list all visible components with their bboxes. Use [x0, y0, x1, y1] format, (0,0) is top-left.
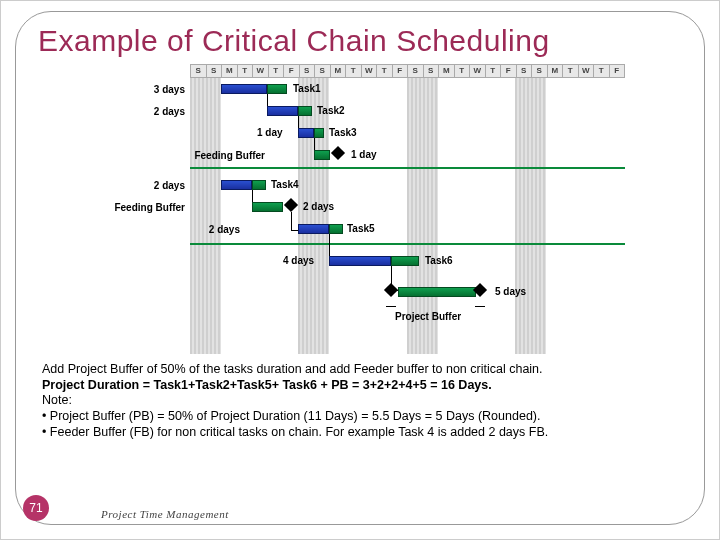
day-cell: S — [314, 64, 330, 78]
task-name-label: Task1 — [293, 83, 321, 95]
task-inline-label: 1 day — [257, 127, 283, 139]
day-cell: M — [438, 64, 454, 78]
feeding-buffer-bar — [252, 202, 283, 212]
buffer-duration-label: 2 days — [303, 201, 334, 213]
day-cell: T — [237, 64, 253, 78]
slide-body-text: Add Project Buffer of 50% of the tasks d… — [42, 362, 678, 440]
task-bar — [329, 256, 391, 266]
feeding-buffer-bar — [314, 150, 330, 160]
slide-number-badge: 71 — [23, 495, 49, 521]
task-bar — [221, 84, 267, 94]
task-bar — [298, 224, 329, 234]
day-cell: T — [454, 64, 470, 78]
day-cell: W — [578, 64, 594, 78]
day-cell: S — [299, 64, 315, 78]
day-cell: W — [469, 64, 485, 78]
day-cell: M — [221, 64, 237, 78]
body-line: Add Project Buffer of 50% of the tasks d… — [42, 362, 678, 378]
task-inline-label: 4 days — [283, 255, 314, 267]
calendar-header: S S M T W T F S S M T W T F S S M T W T … — [190, 64, 625, 78]
buffer-segment — [298, 106, 312, 116]
gantt-chart: S S M T W T F S S M T W T F S S M T W T … — [95, 64, 625, 354]
milestone-icon — [384, 283, 398, 297]
day-cell: F — [392, 64, 408, 78]
day-cell: S — [516, 64, 532, 78]
divider-line — [190, 167, 625, 169]
day-cell: F — [609, 64, 626, 78]
milestone-icon — [331, 146, 345, 160]
project-buffer-bar — [398, 287, 476, 297]
day-cell: T — [562, 64, 578, 78]
buffer-segment — [329, 224, 343, 234]
task-duration-label: 2 days — [150, 224, 240, 236]
day-cell: W — [252, 64, 268, 78]
day-cell: T — [485, 64, 501, 78]
project-buffer-label: Project Buffer — [395, 311, 461, 323]
day-cell: M — [330, 64, 346, 78]
day-cell: S — [206, 64, 222, 78]
body-line: • Project Buffer (PB) = 50% of Project D… — [42, 409, 678, 425]
task-name-label: Task5 — [347, 223, 375, 235]
day-cell: M — [547, 64, 563, 78]
buffer-segment — [314, 128, 324, 138]
task-bar — [221, 180, 252, 190]
buffer-segment — [267, 84, 287, 94]
feeding-buffer-label: Feeding Buffer — [155, 150, 265, 162]
divider-line — [190, 243, 625, 245]
milestone-icon — [284, 198, 298, 212]
day-cell: F — [283, 64, 299, 78]
task-duration-label: 2 days — [95, 106, 185, 118]
footer-text: Project Time Management — [101, 507, 229, 521]
day-cell: S — [531, 64, 547, 78]
buffer-duration-label: 5 days — [495, 286, 526, 298]
feeding-buffer-label: Feeding Buffer — [75, 202, 185, 214]
day-cell: F — [500, 64, 516, 78]
buffer-segment — [391, 256, 419, 266]
day-cell: S — [423, 64, 439, 78]
task-name-label: Task4 — [271, 179, 299, 191]
task-bar — [298, 128, 314, 138]
task-name-label: Task2 — [317, 105, 345, 117]
body-line: • Feeder Buffer (FB) for non critical ta… — [42, 425, 678, 441]
day-cell: S — [190, 64, 206, 78]
slide-title: Example of Critical Chain Scheduling — [38, 24, 684, 58]
body-line-bold: Project Duration = Task1+Task2+Task5+ Ta… — [42, 378, 678, 394]
buffer-duration-label: 1 day — [351, 149, 377, 161]
day-cell: S — [407, 64, 423, 78]
day-cell: W — [361, 64, 377, 78]
task-duration-label: 3 days — [95, 84, 185, 96]
task-duration-label: 2 days — [95, 180, 185, 192]
day-cell: T — [345, 64, 361, 78]
day-cell: T — [268, 64, 284, 78]
body-line: Note: — [42, 393, 678, 409]
task-name-label: Task6 — [425, 255, 453, 267]
task-bar — [267, 106, 298, 116]
day-cell: T — [593, 64, 609, 78]
day-cell: T — [376, 64, 392, 78]
buffer-segment — [252, 180, 266, 190]
task-name-label: Task3 — [329, 127, 357, 139]
